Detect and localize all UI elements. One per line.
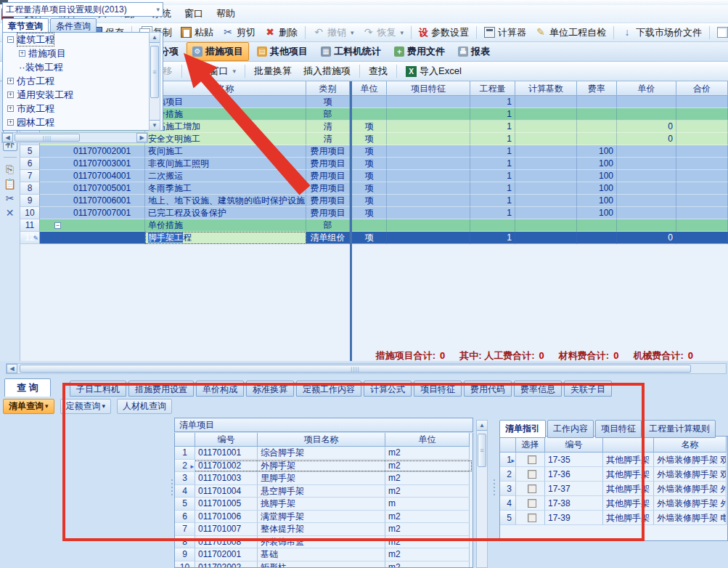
guide-row[interactable]: 317-37其他脚手架外墙装修脚手架 外吊 <box>500 482 727 496</box>
grid-cell-total[interactable] <box>676 145 728 158</box>
grid-cell-rate[interactable] <box>577 219 617 232</box>
grid-cell-quantity[interactable]: 1 <box>470 145 515 158</box>
view-tab-4[interactable]: ▤其他项目 <box>252 43 313 60</box>
guide-row-number[interactable]: 3 <box>500 482 516 496</box>
grid-header-cell[interactable]: 类别 <box>306 81 350 96</box>
grid-cell-feature[interactable] <box>387 232 470 244</box>
guide-tab-2[interactable]: 项目特征 <box>595 420 642 438</box>
guide-row[interactable]: 217-36其他脚手架外墙装修脚手架 双排 <box>500 467 727 482</box>
grid-cell-total[interactable] <box>676 121 728 133</box>
grid-cell-quantity[interactable]: 1 <box>470 96 515 108</box>
undo-button[interactable]: ↶撤销▾ <box>308 25 359 41</box>
grid-cell-total[interactable] <box>676 158 728 170</box>
grid-row-number[interactable]: 7 <box>20 170 40 182</box>
list-cell-unit[interactable]: m2 <box>385 460 470 473</box>
grid-cell-total[interactable] <box>676 96 728 108</box>
grid-cell-code[interactable]: 011707007001 <box>40 207 145 219</box>
grid-header-cell[interactable]: 工程量 <box>470 81 515 96</box>
bottom-tab-7[interactable]: 费用代码 <box>464 381 512 397</box>
checkbox[interactable] <box>528 455 536 464</box>
grid-cell-total[interactable] <box>676 133 728 145</box>
list-cell-unit[interactable]: m2 <box>385 472 470 485</box>
bottom-tab-6[interactable]: 项目特征 <box>414 381 462 397</box>
guide-cell-name[interactable]: 外墙装修脚手架 双排 <box>654 453 727 467</box>
view-tab-5[interactable]: ▦工料机统计 <box>316 43 386 60</box>
side-cut-icon[interactable]: ✂ <box>6 192 15 204</box>
grid-cell-base[interactable] <box>515 108 577 121</box>
list-vertical-scrollbar[interactable]: ▲ <box>476 420 488 568</box>
grid-cell-unit[interactable]: 项 <box>352 232 387 244</box>
list-cell-unit[interactable]: m2 <box>385 447 470 460</box>
grid-cell-code[interactable]: 011707006001 <box>40 195 145 207</box>
grid-row[interactable]: 6011707003001非夜间施工照明费用项目项1100 <box>20 158 728 170</box>
menu-item-6[interactable]: 帮助 <box>210 6 242 21</box>
grid-cell-rate[interactable]: 100 <box>577 207 617 219</box>
list-row-number[interactable]: 3 <box>175 472 195 485</box>
grid-cell-name[interactable]: 冬雨季施工 <box>145 182 306 195</box>
grid-cell-feature[interactable] <box>387 182 470 195</box>
list-cell-code[interactable]: 011701001 <box>195 447 258 460</box>
grid-cell-unit[interactable]: 项 <box>352 170 387 182</box>
tree-expander-icon[interactable]: − <box>7 36 14 43</box>
scroll-thumb[interactable] <box>20 365 691 373</box>
batch-convert-button[interactable]: 批量换算 <box>248 62 298 80</box>
grid-cell-category[interactable]: 清 <box>306 121 350 133</box>
list-row[interactable]: 8011701008外装饰吊篮m2 <box>175 536 473 549</box>
frozen-pane-divider[interactable] <box>350 81 352 361</box>
grid-cell-code[interactable]: − <box>40 219 145 232</box>
view-tab-6[interactable]: ＋费用文件 <box>389 43 450 60</box>
list-header-cell[interactable]: 单位 <box>385 433 470 447</box>
guide-row-number[interactable]: 1▸ <box>500 453 516 467</box>
tree-expander-icon[interactable]: − <box>54 222 61 229</box>
tree-expander-icon[interactable]: + <box>7 92 14 98</box>
query-button-1[interactable]: 定额查询▾ <box>60 399 112 414</box>
grid-cell-base[interactable] <box>515 145 577 158</box>
calculator-button[interactable]: 计算器 <box>480 25 531 41</box>
grid-cell-quantity[interactable]: 1 <box>470 121 515 133</box>
grid-cell-category[interactable]: 费用项目 <box>306 158 350 170</box>
grid-cell-total[interactable] <box>676 232 728 244</box>
guide-cell-category[interactable]: 其他脚手架 <box>603 511 654 525</box>
guide-cell-name[interactable]: 外墙装修脚手架 电动 <box>654 511 727 525</box>
grid-cell-feature[interactable] <box>387 207 470 219</box>
list-cell-code[interactable]: 011701004 <box>195 485 258 498</box>
grid-cell-name[interactable]: 措施项目 <box>145 96 306 108</box>
bottom-tab-0[interactable]: 子目工料机 <box>70 381 126 397</box>
grid-row[interactable]: 9011707006001地上、地下设施、建筑物的临时保护设施费用项目项1100 <box>20 195 728 207</box>
list-row-number[interactable]: 4 <box>175 485 195 498</box>
guide-cell-code[interactable]: 17-37 <box>545 482 603 496</box>
grid-cell-unit[interactable]: 项 <box>352 207 387 219</box>
guide-cell-select[interactable] <box>516 453 545 467</box>
grid-cell-total[interactable] <box>676 219 728 232</box>
grid-cell-unit[interactable]: 项 <box>352 145 387 158</box>
delete-button[interactable]: ✖删除 <box>260 25 302 41</box>
list-cell-code[interactable]: 011701002 <box>195 460 258 473</box>
grid-header-cell[interactable]: 合价 <box>676 81 728 96</box>
grid-row-number[interactable]: 8 <box>20 182 40 195</box>
grid-cell-unit[interactable]: 项 <box>352 133 387 145</box>
grid-cell-unit-price[interactable] <box>617 108 676 121</box>
grid-cell-category[interactable]: 费用项目 <box>306 182 350 195</box>
grid-row[interactable]: 12✎脚手架工程清单组价项10 <box>20 232 728 244</box>
grid-cell-quantity[interactable]: 1 <box>470 182 515 195</box>
guide-header-cell[interactable]: 名称 <box>654 437 727 453</box>
list-row-number[interactable]: 2▸ <box>175 460 195 473</box>
list-cell-name[interactable]: 里脚手架 <box>258 472 385 485</box>
scroll-up-arrow-icon[interactable]: ▲ <box>150 33 160 43</box>
list-cell-code[interactable]: 011702002 <box>195 561 258 568</box>
grid-cell-feature[interactable] <box>387 219 470 232</box>
scroll-left-arrow-icon[interactable]: ◀ <box>2 133 13 142</box>
query-window-button[interactable]: 查询窗口▾ <box>185 62 242 80</box>
tree-node-5[interactable]: +市政工程 <box>3 102 163 115</box>
grid-cell-base[interactable] <box>515 96 577 108</box>
grid-cell-rate[interactable] <box>577 96 617 108</box>
grid-row-number[interactable]: 6 <box>20 158 40 170</box>
scroll-thumb[interactable] <box>150 46 159 98</box>
grid-cell-feature[interactable] <box>387 121 470 133</box>
grid-cell-total[interactable] <box>676 170 728 182</box>
grid-cell-unit-price[interactable] <box>617 170 676 182</box>
guide-row[interactable]: 517-39其他脚手架外墙装修脚手架 电动 <box>500 511 727 525</box>
grid-cell-category[interactable]: 部 <box>306 219 350 232</box>
cut-button[interactable]: ✂剪切 <box>218 25 260 41</box>
grid-cell-base[interactable] <box>515 232 577 244</box>
